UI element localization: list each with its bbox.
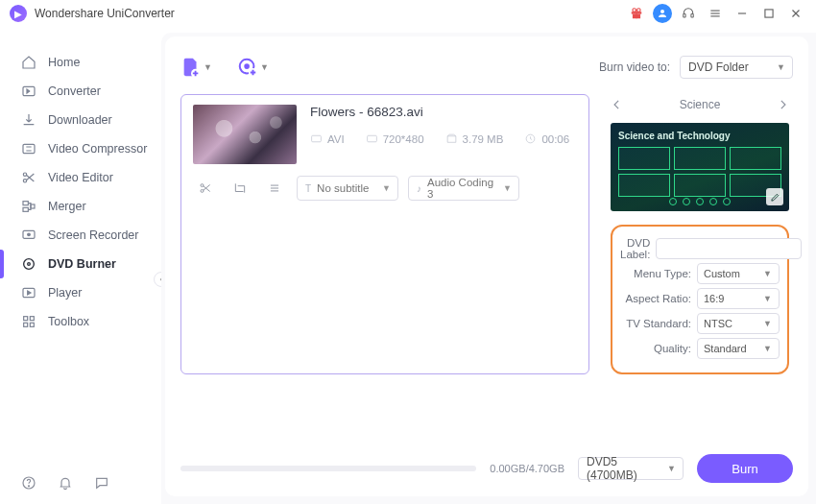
sidebar-item-home[interactable]: Home (0, 48, 161, 77)
merge-icon (21, 199, 36, 214)
download-icon (21, 112, 36, 128)
chevron-down-icon: ▼ (204, 62, 212, 72)
play-icon (21, 285, 36, 300)
sidebar-item-label: Video Editor (48, 171, 113, 184)
burn-to-select[interactable]: DVD Folder ▼ (680, 56, 793, 79)
svg-rect-6 (684, 14, 685, 17)
disc-usage-bar (180, 466, 476, 471)
dvd-settings: DVD Label: Menu Type:Custom▼ Aspect Rati… (611, 225, 789, 374)
sidebar-item-label: Converter (48, 84, 101, 98)
video-title: Flowers - 66823.avi (310, 105, 577, 119)
maximize-button[interactable] (758, 3, 780, 24)
svg-point-3 (633, 9, 636, 12)
scissors-icon (21, 170, 36, 185)
trim-button[interactable] (193, 178, 218, 199)
chevron-down-icon: ▼ (503, 183, 512, 193)
sidebar-item-recorder[interactable]: Screen Recorder (0, 221, 161, 250)
sidebar-item-label: DVD Burner (48, 257, 116, 271)
svg-rect-27 (24, 317, 28, 321)
svg-point-4 (637, 9, 641, 12)
template-preview-title: Science and Technology (618, 131, 781, 141)
sidebar-item-editor[interactable]: Video Editor (0, 163, 161, 192)
disc-type-select[interactable]: DVD5 (4700MB)▼ (578, 457, 684, 480)
sidebar-item-toolbox[interactable]: Toolbox (0, 307, 161, 336)
svg-rect-38 (367, 135, 376, 142)
template-name: Science (680, 98, 721, 111)
subtitle-select[interactable]: T No subtitle ▼ (297, 176, 398, 201)
compress-icon (21, 141, 36, 156)
template-edit-button[interactable] (766, 188, 783, 205)
svg-rect-29 (24, 323, 28, 326)
user-avatar-icon[interactable] (653, 4, 672, 23)
svg-rect-12 (765, 10, 773, 17)
burn-to-label: Burn video to: (599, 60, 670, 74)
sidebar-item-label: Toolbox (48, 315, 89, 328)
menu-type-select[interactable]: Custom▼ (697, 263, 780, 284)
svg-rect-37 (312, 135, 322, 142)
quality-select[interactable]: Standard▼ (697, 338, 780, 359)
svg-point-23 (28, 233, 31, 236)
sidebar-item-compressor[interactable]: Video Compressor (0, 134, 161, 163)
record-icon (21, 228, 36, 243)
grid-icon (21, 314, 36, 329)
bell-icon[interactable] (58, 475, 73, 491)
template-preview[interactable]: Science and Technology (611, 123, 789, 211)
disc-icon (21, 256, 36, 272)
burn-to-value: DVD Folder (688, 60, 749, 74)
svg-point-35 (245, 64, 249, 68)
add-file-button[interactable]: ▼ (180, 57, 212, 78)
close-button[interactable] (785, 3, 806, 24)
headset-icon[interactable] (678, 3, 699, 24)
sidebar-item-player[interactable]: Player (0, 278, 161, 307)
crop-button[interactable] (228, 178, 252, 199)
template-panel: Science Science and Technology DVD Label… (611, 94, 789, 374)
video-size: 3.79 MB (445, 132, 504, 145)
aspect-ratio-select[interactable]: 16:9▼ (697, 288, 780, 309)
add-file-icon (180, 57, 202, 78)
quality-label: Quality: (620, 343, 691, 354)
video-thumbnail[interactable] (193, 105, 297, 164)
sidebar-item-downloader[interactable]: Downloader (0, 106, 161, 134)
sidebar-item-merger[interactable]: Merger (0, 192, 161, 221)
hamburger-menu-icon[interactable] (705, 3, 726, 24)
video-resolution: 720*480 (366, 132, 424, 145)
chevron-down-icon: ▼ (260, 62, 269, 72)
tv-standard-label: TV Standard: (620, 318, 691, 329)
svg-point-5 (660, 10, 664, 13)
sidebar-item-label: Home (48, 56, 80, 69)
converter-icon (21, 84, 36, 99)
sidebar-item-dvd-burner[interactable]: DVD Burner (0, 250, 161, 278)
svg-point-24 (24, 259, 35, 270)
burn-button[interactable]: Burn (697, 454, 793, 483)
gift-icon[interactable] (626, 3, 647, 24)
svg-rect-20 (23, 207, 28, 211)
audio-select[interactable]: ♪ Audio Coding 3 ▼ (408, 176, 519, 201)
disc-add-icon (237, 57, 258, 78)
app-title: Wondershare UniConverter (35, 7, 175, 20)
menu-type-label: Menu Type: (620, 268, 691, 279)
feedback-icon[interactable] (94, 475, 109, 491)
tv-standard-select[interactable]: NTSC▼ (697, 313, 780, 334)
more-button[interactable] (262, 178, 287, 199)
sidebar-item-label: Player (48, 286, 82, 300)
load-disc-button[interactable]: ▼ (237, 57, 269, 78)
sidebar-item-label: Merger (48, 200, 86, 213)
titlebar: ▶ Wondershare UniConverter (0, 0, 816, 27)
template-next-button[interactable] (776, 98, 789, 111)
minimize-button[interactable] (732, 3, 753, 24)
disc-usage-text: 0.00GB/4.70GB (490, 463, 564, 474)
dvd-label-label: DVD Label: (620, 237, 650, 260)
aspect-ratio-label: Aspect Ratio: (620, 293, 691, 304)
subtitle-icon: T (305, 183, 311, 194)
video-duration: 00:06 (524, 132, 569, 145)
sidebar-item-converter[interactable]: Converter (0, 77, 161, 106)
dvd-label-input[interactable] (656, 238, 802, 259)
sidebar-item-label: Video Compressor (48, 142, 147, 156)
audio-icon: ♪ (417, 183, 421, 194)
svg-rect-19 (23, 202, 28, 205)
template-prev-button[interactable] (611, 98, 624, 111)
toolbar: ▼ ▼ Burn video to: DVD Folder ▼ (180, 50, 793, 84)
sidebar-item-label: Downloader (48, 113, 112, 127)
main-panel: ▼ ▼ Burn video to: DVD Folder ▼ (161, 33, 816, 504)
help-icon[interactable] (21, 475, 36, 491)
